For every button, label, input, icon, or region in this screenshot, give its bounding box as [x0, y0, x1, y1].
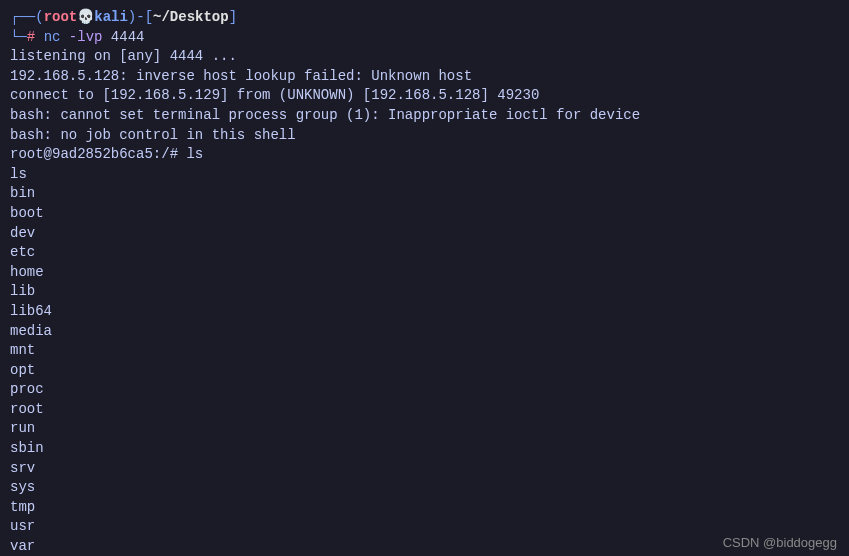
command-arg: 4444: [111, 28, 145, 48]
prompt-line-1: ┌──(root💀kali)-[~/Desktop]: [10, 8, 839, 28]
output-line: media: [10, 322, 839, 342]
output-line: boot: [10, 204, 839, 224]
output-line: 192.168.5.128: inverse host lookup faile…: [10, 67, 839, 87]
output-line: usr: [10, 517, 839, 537]
output-line: tmp: [10, 498, 839, 518]
prompt-corner-bottom: └─: [10, 28, 27, 48]
terminal-window[interactable]: ┌──(root💀kali)-[~/Desktop] └─# nc -lvp 4…: [0, 0, 849, 556]
paren-open: (: [35, 8, 43, 28]
prompt-line-2: └─# nc -lvp 4444: [10, 28, 839, 48]
output-line: mnt: [10, 341, 839, 361]
watermark: CSDN @biddogegg: [723, 535, 837, 550]
prompt-path: ~/Desktop: [153, 8, 229, 28]
prompt-host: kali: [94, 8, 128, 28]
output-line: bash: cannot set terminal process group …: [10, 106, 839, 126]
prompt-corner-top: ┌──: [10, 8, 35, 28]
output-line: connect to [192.168.5.129] from (UNKNOWN…: [10, 86, 839, 106]
command-name: nc: [44, 28, 61, 48]
shell-prompt-ls: root@9ad2852b6ca5:/# ls: [10, 145, 839, 165]
output-line: listening on [any] 4444 ...: [10, 47, 839, 67]
output-line: sys: [10, 478, 839, 498]
output-line: dev: [10, 224, 839, 244]
skull-icon: 💀: [77, 8, 94, 28]
prompt-hash: #: [27, 28, 35, 48]
output-line: home: [10, 263, 839, 283]
output-line: srv: [10, 459, 839, 479]
bracket-open: [: [145, 8, 153, 28]
output-line: bash: no job control in this shell: [10, 126, 839, 146]
output-line: var: [10, 537, 839, 556]
output-line: proc: [10, 380, 839, 400]
output-line: lib64: [10, 302, 839, 322]
prompt-user: root: [44, 8, 78, 28]
output-line: sbin: [10, 439, 839, 459]
output-line: run: [10, 419, 839, 439]
output-line: etc: [10, 243, 839, 263]
output-line: root: [10, 400, 839, 420]
output-line: bin: [10, 184, 839, 204]
bracket-close: ]: [229, 8, 237, 28]
output-line: opt: [10, 361, 839, 381]
output-line: ls: [10, 165, 839, 185]
command-flag: -lvp: [69, 28, 103, 48]
output-line: lib: [10, 282, 839, 302]
paren-close: ): [128, 8, 136, 28]
prompt-dash: -: [136, 8, 144, 28]
